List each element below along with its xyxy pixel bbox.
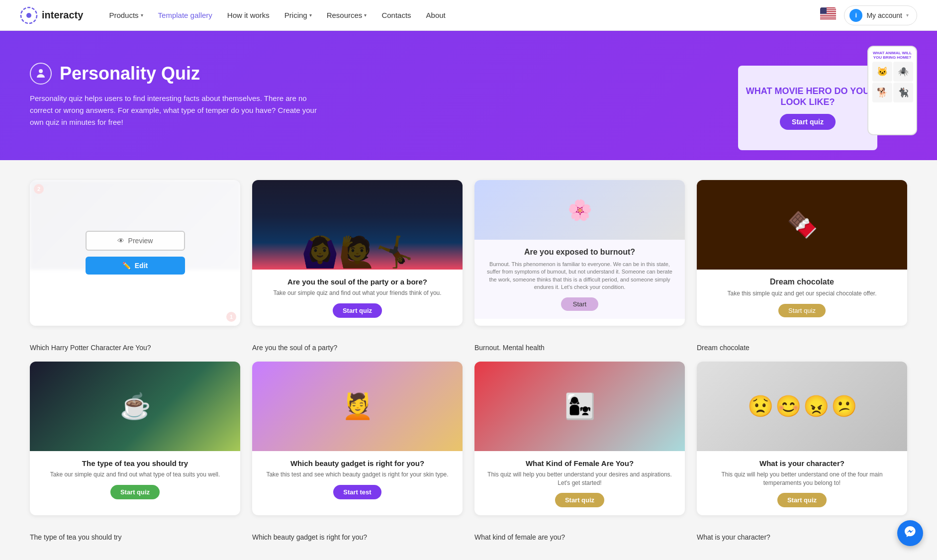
quiz-card-character[interactable]: 😟 😊 😠 😕 What is your character? This qui… [697,362,907,516]
card-desc-beauty: Take this test and see which beauty gadg… [260,470,455,479]
start-quiz-button-character[interactable]: Start quiz [777,493,827,507]
animal-spider: 🕷️ [893,62,913,82]
chat-bubble-button[interactable] [897,520,923,546]
card-label-tea: The type of tea you should try [30,527,240,543]
start-quiz-button-tea[interactable]: Start quiz [110,485,160,499]
card-desc-female: This quiz will help you better understan… [482,470,677,487]
hero-title: Personality Quiz [60,63,200,84]
card-inner-party: Are you the soul of the party or a bore?… [252,270,463,326]
card-image-character: 😟 😊 😠 😕 [697,362,907,451]
svg-point-1 [26,13,31,18]
quiz-card-chocolate[interactable]: 🍫 Dream chocolate Take this simple quiz … [697,180,907,326]
card-desc-character: This quiz will help you better understan… [705,470,899,487]
card-desc-party: Take our simple quiz and find out what y… [260,289,455,297]
animal-cat: 🐱 [872,62,892,82]
card-inner-chocolate: Dream chocolate Take this simple quiz an… [697,270,907,325]
chocolate-icon: 🍫 [787,210,818,239]
start-quiz-button-beauty[interactable]: Start test [333,485,381,499]
nav-item-contacts[interactable]: Contacts [375,7,417,23]
animal-cat2: 🐈‍⬛ [893,83,913,102]
hero-left: Personality Quiz Personality quiz helps … [30,63,328,128]
card-label-burnout: Burnout. Mental health [474,338,685,354]
nav-item-template-gallery[interactable]: Template gallery [152,7,218,23]
quiz-card-burnout[interactable]: 🌸 Are you exposed to burnout? Burnout. T… [474,180,685,326]
nav-item-resources-label: Resources [327,11,363,19]
card-inner-beauty: Which beauty gadget is right for you? Ta… [252,451,463,507]
nav-item-products[interactable]: Products ▾ [103,7,149,23]
start-quiz-button-chocolate[interactable]: Start quiz [778,304,826,317]
nav-item-products-label: Products [109,11,138,19]
eye-icon: 👁 [117,237,124,245]
person-icon [30,63,52,85]
my-account-button[interactable]: i My account ▾ [844,5,917,25]
card-title-tea: The type of tea you should try [38,459,232,467]
card-label-chocolate: Dream chocolate [697,338,907,354]
card-image-chocolate: 🍫 [697,180,907,270]
card-label-female: What kind of female are you? [474,527,685,543]
hero-start-quiz-button[interactable]: Start quiz [780,114,836,130]
nav-item-how-it-works[interactable]: How it works [221,7,276,23]
nav-item-about[interactable]: About [420,7,452,23]
beauty-icon: 💆 [342,392,373,421]
navbar: interacty Products ▾ Template gallery Ho… [0,0,937,31]
preview-button[interactable]: 👁 Preview [86,231,185,251]
card-desc-burnout: Burnout. This phenomenon is familiar to … [482,261,677,291]
quiz-card-hp[interactable]: 👁 Preview ✏️ Edit 2 1 [30,180,240,326]
hero-banner: Personality Quiz Personality quiz helps … [0,31,937,160]
quiz-card-beauty[interactable]: 💆 Which beauty gadget is right for you? … [252,362,463,516]
hero-mockup-main: WHAT MOVIE HERO DO YOU LOOK LIKE? Start … [738,66,877,150]
nav-item-resources[interactable]: Resources ▾ [321,7,373,23]
hero-phone-animals: 🐱 🕷️ 🐕 🐈‍⬛ [872,62,912,102]
card-image-burnout: 🌸 [474,180,685,240]
card-title-burnout: Are you exposed to burnout? [482,248,677,257]
frown-face-icon: 😕 [831,394,857,418]
start-quiz-button-party[interactable]: Start quiz [333,303,382,318]
logo[interactable]: interacty [20,6,83,24]
card-title-female: What Kind of Female Are You? [482,459,677,467]
nav-item-about-label: About [426,11,446,19]
card-title-beauty: Which beauty gadget is right for you? [260,459,455,467]
my-account-icon: i [849,9,862,22]
card-labels-row1: Which Harry Potter Character Are You? Ar… [30,338,907,354]
hero-description: Personality quiz helps users to find int… [30,93,328,128]
hero-phone-mockup: WHAT ANIMAL WILL YOU BRING HOME? 🐱 🕷️ 🐕 … [867,46,917,135]
svg-point-10 [39,69,43,73]
card-image-party: 🙆‍♀️🙋🤸 [252,180,463,270]
nav-item-pricing-label: Pricing [284,11,307,19]
logo-text: interacty [42,9,83,21]
chevron-down-icon: ▾ [309,12,312,18]
quiz-card-tea[interactable]: ☕ The type of tea you should try Take ou… [30,362,240,516]
nav-item-pricing[interactable]: Pricing ▾ [279,7,318,23]
nav-item-how-it-works-label: How it works [227,11,270,19]
card-hover-overlay: 👁 Preview ✏️ Edit [30,180,240,326]
language-flag[interactable] [820,7,836,23]
nav-item-template-gallery-label: Template gallery [158,11,212,19]
card-title-chocolate: Dream chocolate [705,278,899,286]
svg-rect-8 [820,17,836,18]
happy-face-icon: 😊 [775,394,801,418]
nav-item-contacts-label: Contacts [381,11,411,19]
card-grid-row1: 👁 Preview ✏️ Edit 2 1 🙆‍♀️🙋🤸 Are you the… [30,180,907,326]
svg-rect-9 [820,7,827,14]
card-label-hp: Which Harry Potter Character Are You? [30,338,240,354]
quiz-card-female[interactable]: 👩‍👧 What Kind of Female Are You? This qu… [474,362,685,516]
female-icon: 👩‍👧 [564,392,595,421]
start-quiz-button-burnout[interactable]: Start [561,297,598,311]
edit-button[interactable]: ✏️ Edit [86,257,185,275]
main-content: 👁 Preview ✏️ Edit 2 1 🙆‍♀️🙋🤸 Are you the… [0,160,937,560]
start-quiz-button-female[interactable]: Start quiz [555,493,604,507]
quiz-card-party[interactable]: 🙆‍♀️🙋🤸 Are you the soul of the party or … [252,180,463,326]
svg-rect-6 [820,13,836,14]
card-desc-chocolate: Take this simple quiz and get our specia… [705,289,899,298]
preview-label: Preview [128,237,153,245]
flower-icon: 🌸 [567,198,592,222]
card-grid-row2: ☕ The type of tea you should try Take ou… [30,362,907,516]
hero-right: WHAT MOVIE HERO DO YOU LOOK LIKE? Start … [658,51,907,140]
nav-links: Products ▾ Template gallery How it works… [103,7,820,23]
edit-icon: ✏️ [122,262,131,270]
card-image-tea: ☕ [30,362,240,451]
card-title-party: Are you the soul of the party or a bore? [260,278,455,286]
card-inner-character: What is your character? This quiz will h… [697,451,907,516]
card-labels-row2: The type of tea you should try Which bea… [30,527,907,543]
card-image-female: 👩‍👧 [474,362,685,451]
